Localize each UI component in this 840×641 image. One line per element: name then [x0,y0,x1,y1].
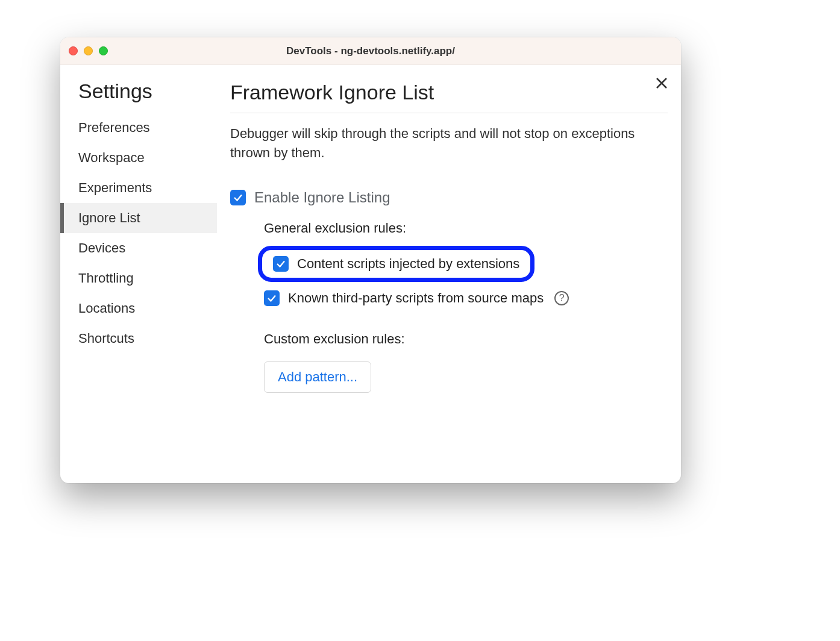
sidebar-item-label: Locations [78,301,135,316]
window-title: DevTools - ng-devtools.netlify.app/ [60,45,681,57]
panel-title: Framework Ignore List [230,81,668,113]
sidebar-item-shortcuts[interactable]: Shortcuts [60,324,217,354]
content-scripts-label: Content scripts injected by extensions [297,256,519,272]
close-window-button[interactable] [69,46,78,55]
custom-rules-label: Custom exclusion rules: [264,331,668,347]
settings-window: DevTools - ng-devtools.netlify.app/ Sett… [60,37,681,483]
sidebar-item-label: Ignore List [78,210,140,225]
sidebar-item-label: Throttling [78,270,134,286]
enable-ignore-listing-label: Enable Ignore Listing [254,189,390,206]
help-icon[interactable]: ? [554,291,569,305]
sidebar-item-label: Experiments [78,180,152,195]
content-scripts-checkbox[interactable] [273,256,289,272]
content-area: Settings Preferences Workspace Experimen… [60,65,681,483]
third-party-rule-row[interactable]: Known third-party scripts from source ma… [264,290,668,306]
sidebar-item-label: Devices [78,240,125,255]
sidebar-title: Settings [60,80,217,113]
sidebar-item-label: Preferences [78,120,150,135]
third-party-checkbox[interactable] [264,290,280,306]
sidebar-item-label: Workspace [78,150,145,165]
settings-sidebar: Settings Preferences Workspace Experimen… [60,65,217,483]
titlebar: DevTools - ng-devtools.netlify.app/ [60,37,681,65]
sidebar-item-workspace[interactable]: Workspace [60,143,217,173]
settings-main-panel: Framework Ignore List Debugger will skip… [217,65,681,483]
general-rules-label: General exclusion rules: [264,220,668,236]
sidebar-item-locations[interactable]: Locations [60,293,217,324]
enable-ignore-listing-row[interactable]: Enable Ignore Listing [230,189,668,206]
sidebar-item-throttling[interactable]: Throttling [60,263,217,293]
add-pattern-button[interactable]: Add pattern... [264,361,371,393]
add-pattern-label: Add pattern... [278,369,357,384]
sidebar-item-preferences[interactable]: Preferences [60,113,217,143]
maximize-window-button[interactable] [99,46,108,55]
sidebar-item-devices[interactable]: Devices [60,233,217,263]
minimize-window-button[interactable] [84,46,93,55]
window-controls [69,46,108,55]
sidebar-item-label: Shortcuts [78,331,134,346]
enable-ignore-listing-checkbox[interactable] [230,190,246,205]
third-party-label: Known third-party scripts from source ma… [288,290,544,306]
panel-description: Debugger will skip through the scripts a… [230,124,652,163]
sidebar-item-ignore-list[interactable]: Ignore List [60,203,217,233]
content-scripts-rule-row[interactable]: Content scripts injected by extensions [258,246,534,282]
sidebar-item-experiments[interactable]: Experiments [60,173,217,203]
